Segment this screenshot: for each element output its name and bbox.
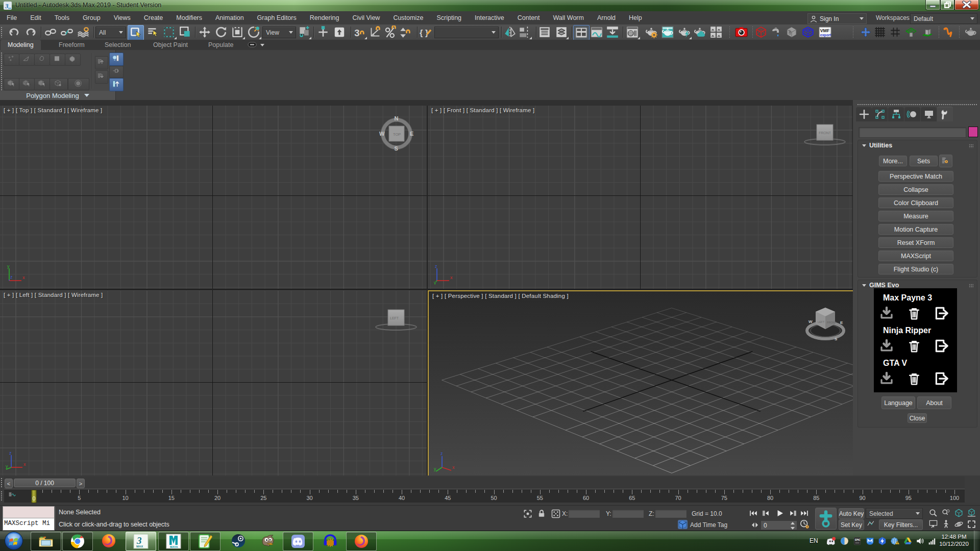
pm-vertex-button[interactable] (4, 54, 19, 66)
utility-reset-xform-button[interactable]: Reset XForm (878, 237, 953, 248)
wallworm-displacement-button[interactable] (785, 25, 798, 39)
select-and-move-button[interactable] (197, 25, 212, 39)
snap-toggle-3d-button[interactable]: 3 (353, 25, 367, 39)
utility-collapse-button[interactable]: Collapse (878, 184, 953, 195)
coordinate-z-field[interactable] (654, 509, 687, 518)
minimize-button[interactable] (925, 0, 940, 10)
go-to-start-button[interactable] (747, 509, 760, 518)
taskbar-gimp[interactable] (253, 532, 283, 550)
gims-export-button[interactable] (934, 338, 949, 354)
coordinate-y-field[interactable] (611, 509, 644, 518)
show-desktop-button[interactable] (974, 531, 980, 551)
zoom-extents-all-button[interactable] (966, 508, 976, 517)
wallworm-wire-button[interactable] (801, 25, 815, 39)
menu-animation[interactable]: Animation (209, 11, 251, 24)
gims-about-button[interactable]: About (917, 396, 951, 409)
mirror-button[interactable] (503, 25, 517, 39)
wallworm-grid-button[interactable] (874, 25, 886, 39)
keyboard-shortcut-override-button[interactable] (332, 25, 347, 39)
menu-tools[interactable]: Tools (48, 11, 76, 24)
viewport-label-left[interactable]: [ + ] [ Left ] [ Standard ] [ Wireframe … (4, 292, 103, 298)
tray-globe-warning-icon[interactable] (890, 537, 900, 545)
select-and-manipulate-button[interactable] (316, 25, 330, 39)
maximize-viewport-toggle[interactable] (966, 519, 976, 529)
restore-button[interactable] (940, 0, 954, 10)
gims-export-button[interactable] (934, 371, 949, 386)
wallworm-ramp-button[interactable] (904, 25, 918, 39)
menu-create[interactable]: Create (137, 11, 170, 24)
walk-through-button[interactable] (941, 519, 951, 529)
pm-collapse-up-button[interactable] (95, 56, 108, 69)
angle-snap-button[interactable] (368, 25, 382, 39)
pm-pin-button[interactable] (109, 66, 124, 78)
tray-halfmoon-icon[interactable] (840, 537, 849, 545)
select-and-place-button[interactable] (246, 25, 261, 39)
gims-download-button[interactable] (879, 306, 894, 321)
menu-interactive[interactable]: Interactive (468, 11, 511, 24)
ribbon-config-button[interactable] (248, 41, 267, 48)
taskbar-chrome[interactable] (62, 532, 93, 551)
menu-group[interactable]: Group (76, 11, 107, 24)
workspace-dropdown[interactable]: Default (910, 13, 977, 24)
taskbar-firefox[interactable] (94, 532, 124, 550)
add-time-tag-icon[interactable] (678, 520, 688, 529)
wallworm-grid-small-button[interactable] (889, 25, 901, 39)
pm-border-button[interactable] (34, 54, 50, 66)
pm-soft-selection-button[interactable] (68, 78, 89, 90)
pm-edge-button[interactable] (19, 54, 35, 66)
absolute-mode-transform-button[interactable] (551, 509, 561, 518)
key-filters-button[interactable]: Key Filters... (879, 519, 923, 530)
previous-frame-button[interactable]: < (5, 479, 13, 488)
menu-edit[interactable]: Edit (23, 11, 48, 24)
current-frame-spinner[interactable]: 0 (761, 520, 797, 530)
selection-set-dropdown[interactable]: Selected (866, 508, 923, 519)
taskbar-discord[interactable] (283, 532, 313, 551)
spinner-arrows[interactable] (791, 521, 796, 531)
auto-key-button[interactable]: Auto Key (839, 508, 864, 519)
utility-measure-button[interactable]: Measure (878, 211, 953, 221)
pm-preview-cube-2-button[interactable] (19, 78, 35, 90)
tray-lightning-icon[interactable] (878, 537, 887, 545)
pm-show-end-result-button[interactable] (109, 53, 124, 66)
toolbar-grip[interactable] (1, 27, 3, 38)
isolate-selection-toggle[interactable] (523, 509, 533, 518)
time-slider-handle[interactable]: < 0 / 100 > (5, 479, 85, 487)
utility-maxscript-button[interactable]: MAXScript (878, 251, 953, 261)
next-frame-button[interactable]: > (77, 479, 85, 488)
time-slider-track[interactable]: < 0 / 100 > (4, 477, 965, 489)
ribbon-tab-object-paint[interactable]: Object Paint (146, 40, 195, 50)
reference-coordinate-dropdown[interactable]: View (262, 27, 296, 38)
maxscript-mini-listener[interactable]: MAXScript Mi (3, 506, 55, 531)
more-utilities-button[interactable]: More... (879, 156, 907, 166)
viewport-persp[interactable]: [ + ] [ Perspective ] [ Standard ] [ Def… (428, 290, 854, 478)
scene-explorer-button[interactable] (538, 25, 551, 39)
current-frame-marker[interactable]: 0 (31, 490, 37, 503)
window-crossing-button[interactable] (178, 25, 193, 39)
gims-export-button[interactable] (934, 306, 949, 321)
taskbar-firefox[interactable] (346, 532, 377, 551)
ribbon-tab-populate[interactable]: Populate (201, 40, 240, 50)
listener-macro-line[interactable] (3, 507, 54, 518)
gims-download-button[interactable] (879, 338, 894, 354)
taskbar-3dsmax-active[interactable]: 3MAX (126, 532, 156, 551)
menu-content[interactable]: Content (511, 11, 547, 24)
start-button[interactable] (4, 531, 23, 550)
layer-explorer-button[interactable] (554, 25, 569, 39)
command-tab-display[interactable] (921, 107, 937, 121)
zoom-button[interactable] (928, 508, 938, 517)
named-selection-sets-dropdown[interactable] (434, 27, 499, 38)
gims-download-button[interactable] (879, 371, 894, 386)
wallworm-faucet-button[interactable] (770, 25, 783, 39)
close-button[interactable] (954, 0, 979, 10)
use-pivot-center-button[interactable] (297, 25, 311, 39)
gims-trash-button[interactable] (906, 371, 922, 386)
set-keys-button[interactable] (815, 508, 837, 530)
menu-graph-editors[interactable]: Graph Editors (251, 11, 303, 24)
menu-file[interactable]: File (0, 11, 23, 24)
gims-close-button[interactable]: Close (908, 413, 927, 423)
orbit-button[interactable] (953, 519, 964, 529)
trackbar-grip[interactable] (1, 491, 3, 501)
taskbar-notepadpp[interactable] (190, 532, 220, 551)
command-tab-modify[interactable] (872, 107, 888, 121)
redo-button[interactable] (23, 25, 38, 39)
